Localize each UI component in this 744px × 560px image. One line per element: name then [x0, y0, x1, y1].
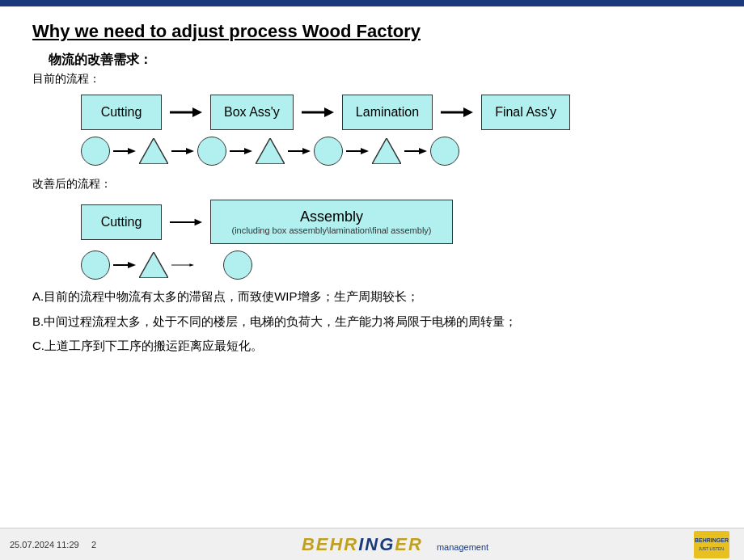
- svg-marker-17: [361, 148, 369, 154]
- arrow-3: [441, 104, 473, 120]
- imp-sym-arrow-1: [113, 259, 136, 271]
- svg-marker-18: [372, 138, 401, 164]
- behringer-logo-icon: BEHRINGER JUST LISTEN.: [694, 531, 729, 558]
- improved-process-label: 改善后的流程：: [32, 177, 712, 192]
- svg-marker-22: [195, 218, 202, 225]
- final-assy-box: Final Ass'y: [481, 95, 570, 130]
- lamination-box: Lamination: [342, 95, 433, 130]
- assembly-subtitle: (including box assembly\lamination\final…: [227, 225, 436, 235]
- top-bar: [0, 0, 744, 6]
- section-a: A.目前的流程中物流有太多的滞留点，而致使WIP增多；生产周期较长；: [32, 288, 712, 306]
- footer-brand-name: BEHRINGER: [302, 534, 429, 554]
- imp-triangle-1: [139, 252, 168, 278]
- svg-marker-8: [139, 138, 168, 164]
- svg-text:BEHRINGER: BEHRINGER: [695, 537, 729, 543]
- circle-4: [430, 137, 459, 166]
- sym-arrow-3: [230, 145, 252, 157]
- svg-text:JUST LISTEN.: JUST LISTEN.: [699, 546, 725, 551]
- arrow-1: [170, 104, 202, 120]
- svg-marker-3: [324, 107, 334, 117]
- triangle-2: [256, 138, 285, 164]
- section-b: B.中间过程流程太多，处于不同的楼层，电梯的负荷大，生产能力将局限于电梯的周转量…: [32, 313, 712, 331]
- svg-marker-12: [244, 148, 252, 154]
- svg-marker-13: [256, 138, 285, 164]
- assembly-title: Assembly: [227, 208, 436, 225]
- sym-arrow-4: [288, 145, 311, 157]
- sym-arrow-1: [113, 145, 136, 157]
- triangle-1: [139, 138, 168, 164]
- cutting-box: Cutting: [81, 95, 162, 130]
- svg-marker-10: [186, 148, 194, 154]
- footer-datetime: 25.07.2024 11:29 2: [10, 540, 96, 549]
- svg-marker-5: [463, 107, 473, 117]
- imp-circle-1: [81, 251, 110, 280]
- svg-marker-25: [139, 252, 168, 278]
- svg-marker-1: [192, 107, 202, 117]
- footer-management: management: [437, 542, 488, 552]
- svg-marker-24: [128, 262, 136, 268]
- assembly-box: Assembly (including box assembly\laminat…: [210, 200, 453, 244]
- imp-sym-arrow-2: [171, 259, 220, 271]
- improved-arrow: [170, 214, 202, 230]
- svg-marker-7: [128, 148, 136, 154]
- improved-symbol-flow: [81, 251, 712, 280]
- svg-marker-15: [302, 148, 311, 154]
- circle-2: [197, 137, 226, 166]
- circle-3: [314, 137, 343, 166]
- svg-marker-20: [419, 148, 427, 154]
- sym-arrow-2: [171, 145, 194, 157]
- improved-cutting-box: Cutting: [81, 204, 162, 240]
- svg-marker-27: [189, 263, 194, 267]
- footer-logo: BEHRINGER JUST LISTEN.: [694, 531, 729, 558]
- triangle-3: [372, 138, 401, 164]
- arrow-2: [302, 104, 334, 120]
- sym-arrow-6: [404, 145, 427, 157]
- svg-rect-28: [694, 531, 729, 558]
- page-title: Why we need to adjust process Wood Facto…: [32, 21, 712, 42]
- bottom-bar: 25.07.2024 11:29 2 BEHRINGER management …: [0, 528, 744, 560]
- sym-arrow-5: [346, 145, 369, 157]
- circle-1: [81, 137, 110, 166]
- current-process-flow: Cutting Box Ass'y Lamination: [81, 95, 712, 130]
- current-process-label: 目前的流程：: [32, 72, 712, 86]
- footer-brand-center: BEHRINGER management: [96, 534, 694, 555]
- subtitle: 物流的改善需求：: [49, 52, 712, 69]
- section-c: C.上道工序到下工序的搬运距离应最短化。: [32, 337, 712, 356]
- improved-process-flow: Cutting Assembly (including box assembly…: [81, 200, 712, 244]
- current-symbol-flow: [81, 137, 712, 166]
- main-content: Why we need to adjust process Wood Facto…: [0, 6, 744, 356]
- box-assy-box: Box Ass'y: [210, 95, 294, 130]
- imp-circle-2: [223, 251, 252, 280]
